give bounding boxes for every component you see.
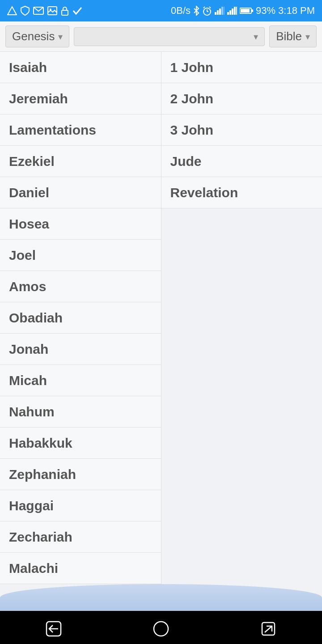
svg-rect-14 [224,7,225,15]
list-item[interactable]: Lamentations [0,114,161,146]
list-item[interactable]: Zechariah [0,521,161,553]
list-item[interactable]: Haggai [0,490,161,521]
data-speed: 0B/s [171,5,191,17]
list-item[interactable]: 3 John [161,114,322,146]
list-item[interactable]: Ezekiel [0,146,161,177]
list-item[interactable]: 1 John [161,52,322,83]
list-item[interactable]: 2 John [161,83,322,114]
list-item[interactable]: Joel [0,240,161,271]
list-item[interactable]: Micah [0,365,161,396]
wave-footer [0,584,322,611]
svg-rect-18 [234,7,236,15]
status-bar: 0B/s 93% 3:18 PM [0,0,322,21]
chevron-down-icon-middle: ▾ [254,31,258,42]
svg-line-9 [209,7,211,8]
svg-rect-12 [219,8,221,15]
genesis-label: Genesis [12,30,55,43]
svg-rect-19 [236,7,237,15]
back-button[interactable] [45,620,63,638]
battery-icon [240,7,253,14]
right-column: 1 John2 John3 JohnJudeRevelation [161,52,322,584]
status-right-info: 0B/s 93% 3:18 PM [171,5,315,17]
list-item[interactable]: Jude [161,146,322,177]
signal-icon [215,7,225,15]
mail-icon [33,7,44,15]
list-item[interactable]: Zephaniah [0,459,161,490]
list-item[interactable]: Hosea [0,208,161,240]
bible-dropdown[interactable]: Bible ▾ [269,25,317,47]
bible-label: Bible [276,30,302,43]
lock-icon [61,6,69,16]
status-left-icons [7,6,82,16]
svg-line-27 [265,626,272,632]
alarm-icon [202,6,212,16]
list-item[interactable]: Malachi [0,553,161,584]
svg-line-8 [203,7,205,8]
image-icon [47,6,57,15]
home-icon [152,620,170,638]
list-item[interactable]: Isaiah [0,52,161,83]
header: Genesis ▾ ▾ Bible ▾ [0,21,322,52]
svg-marker-0 [8,7,17,15]
svg-rect-11 [217,10,219,15]
chevron-down-icon-right: ▾ [305,31,310,42]
svg-rect-15 [227,12,229,15]
left-column: IsaiahJeremiahLamentationsEzekielDanielH… [0,52,161,584]
back-icon [45,620,63,638]
genesis-dropdown[interactable]: Genesis ▾ [5,25,69,47]
home-button[interactable] [152,620,170,638]
triangle-icon [7,6,17,16]
middle-dropdown[interactable]: ▾ [74,27,265,46]
bottom-nav [0,611,322,644]
list-item[interactable]: Jonah [0,334,161,365]
svg-rect-21 [241,9,250,13]
check-icon [72,7,82,15]
recent-button[interactable] [259,620,277,638]
svg-rect-10 [215,12,216,15]
battery-percent: 93% [256,5,275,17]
chevron-down-icon: ▾ [58,31,63,42]
svg-rect-17 [232,8,233,15]
svg-point-25 [154,622,168,636]
svg-rect-4 [62,10,68,15]
list-item[interactable]: Nahum [0,396,161,428]
list-item[interactable]: Amos [0,271,161,302]
list-item[interactable]: Daniel [0,177,161,208]
svg-rect-16 [229,10,231,15]
list-item[interactable]: Jeremiah [0,83,161,114]
bluetooth-icon [193,6,199,16]
list-item[interactable]: Habakkuk [0,428,161,459]
time: 3:18 PM [278,5,315,17]
shield-icon [21,6,30,16]
book-list-container: IsaiahJeremiahLamentationsEzekielDanielH… [0,52,322,584]
svg-rect-13 [221,7,223,15]
recent-icon [259,620,277,638]
svg-rect-22 [252,9,253,12]
list-item[interactable]: Revelation [161,177,322,208]
signal-bars-icon [227,7,237,15]
list-item[interactable]: Obadiah [0,302,161,334]
